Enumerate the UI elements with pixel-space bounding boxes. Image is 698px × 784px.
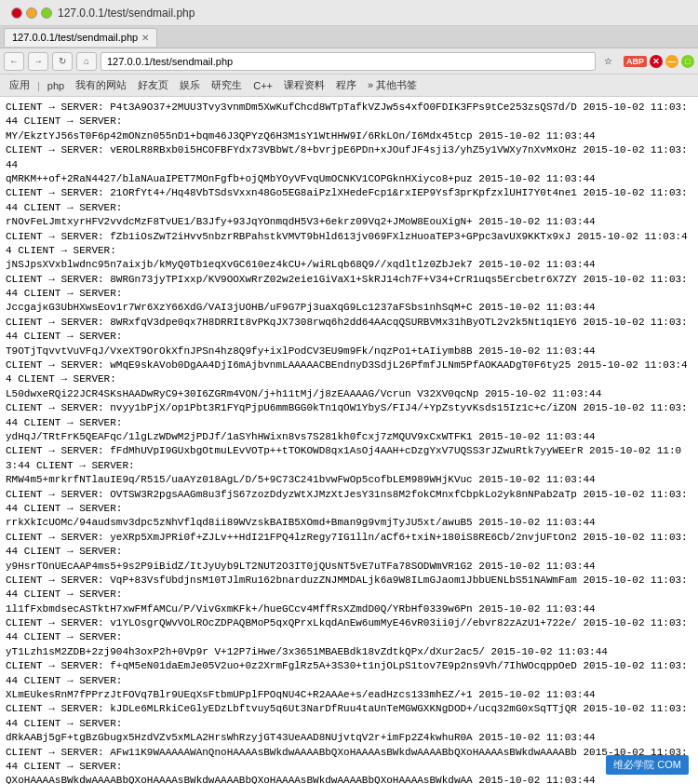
- bookmark-entertainment[interactable]: 娱乐: [176, 78, 204, 92]
- window-controls[interactable]: [11, 7, 52, 19]
- bookmark-program[interactable]: 程序: [332, 78, 360, 92]
- log-line: CLIENT → SERVER: OVTSW3R2pgsAAGm8u3fjS67…: [6, 488, 692, 517]
- log-line: CLIENT → SERVER: wMqE9skAVob0DgAA4DjI6mA…: [6, 358, 692, 387]
- bookmark-php[interactable]: php: [44, 80, 68, 91]
- bookmark-cpp[interactable]: C++: [249, 80, 276, 91]
- log-line: CLIENT → SERVER: nvyy1bPjX/op1Pbt3R1FYqP…: [6, 401, 692, 430]
- adblock-icon[interactable]: ABP: [624, 56, 647, 67]
- window-title: 127.0.0.1/test/sendmail.php: [58, 7, 195, 20]
- log-line: CLIENT → SERVER: fZb1iOsZwT2iHvv5nbzrRBP…: [6, 230, 692, 259]
- bookmark-apps[interactable]: 应用: [6, 78, 34, 92]
- tab-label: 127.0.0.1/test/sendmail.php: [12, 32, 138, 43]
- log-line: CLIENT → SERVER: v1YLOsgrQWvVOLROcZDPAQB…: [6, 616, 692, 645]
- log-line: CLIENT → SERVER: kJDLe6MLRkiCeGlyEDzLbft…: [6, 702, 692, 731]
- log-line: RMW4m5+mrkrfNTlauIE9q/R515/uaAYz018AgL/D…: [6, 473, 692, 487]
- log-line: y9HsrTOnUEcAAP4ms5+9s2P9iBidZ/ItJyUyb9LT…: [6, 560, 692, 574]
- log-line: rrkXkIcUOMc/94audsmv3dpc5zNhVflqd8ii89WV…: [6, 516, 692, 530]
- log-line: JccgajкG3UbHXwsEov1r7Wr6XzY66XdG/VAI3jUO…: [6, 301, 692, 315]
- log-line: QXoHAAAAsBWkdwAAAABbQXoHAAAAsBWkdwAAAABb…: [6, 774, 692, 784]
- close-circle-icon[interactable]: ✕: [650, 55, 663, 68]
- title-bar: 127.0.0.1/test/sendmail.php: [0, 0, 698, 26]
- log-line: CLIENT → SERVER: 8WRxfqV3dpe0qx7H8DRRIt8…: [6, 316, 692, 345]
- bookmark-mysite[interactable]: 我有的网站: [72, 78, 130, 92]
- maximize-button[interactable]: [41, 7, 52, 19]
- log-line: T9OTjTqvvtVuVFqJ/VxeXT9OrOkXfnJPSn4hz8Q9…: [6, 345, 692, 358]
- refresh-icon: ↻: [59, 56, 66, 66]
- log-line: rNOvFeLJmtxyrHFV2vvdcMzF8TvUE1/B3Jfy+93J…: [6, 215, 692, 229]
- bookmark-more[interactable]: » 其他书签: [364, 78, 421, 92]
- tab-close-icon[interactable]: ✕: [141, 33, 149, 43]
- log-line: CLIENT → SERVER: vEROLR8RBxb0i5HCOFBFYdx…: [6, 143, 692, 172]
- log-line: CLIENT → SERVER: AFw11K9WAAAAAWAnQnoHAAA…: [6, 746, 692, 775]
- log-line: CLIENT → SERVER: fFdMhUVpI9GUxbgOtmuLEvV…: [6, 444, 692, 473]
- tab-bar: 127.0.0.1/test/sendmail.php ✕: [0, 26, 698, 48]
- log-line: L50dwxeRQi22JCR4SKsHAADwRyC9+30I6ZGRm4VO…: [6, 387, 692, 401]
- log-line: CLIENT → SERVER: VqP+83VsfUbdjnsM10TJlmR…: [6, 574, 692, 602]
- log-line: jNSJpsXVxblwdnc95n7aixjb/kMyQ0Tb1eqXvGC6…: [6, 258, 692, 272]
- log-line: yT1Lzh1sM2ZDB+2zj904h3oxP2h+0Vp9r V+12P7…: [6, 645, 692, 659]
- watermark: 维必学院 COM: [606, 755, 689, 775]
- browser-tab[interactable]: 127.0.0.1/test/sendmail.php ✕: [4, 28, 157, 47]
- log-line: CLIENT → SERVER: P4t3A9O37+2MUU3Tvy3vnmD…: [6, 101, 692, 129]
- log-line: CLIENT → SERVER: 21ORfYt4+/Hq48VbTSdsVxx…: [6, 186, 692, 215]
- forward-icon: →: [34, 56, 43, 66]
- log-line: XLmEUkesRnM7fPPrzJtFOVq7Blr9UEqXsFtbmUPp…: [6, 688, 692, 702]
- back-icon: ←: [9, 56, 19, 66]
- log-line: CLIENT → SERVER: 8WRGn73jyTPIxxp/KV9OOXw…: [6, 273, 692, 302]
- log-line: qMRKM++of+2RaN4427/blaNAuaIPET7MOnFgfb+o…: [6, 172, 692, 186]
- log-line: ydHqJ/TRtFrK5QEAFqc/1lgLzWDwM2jPDJf/1aSY…: [6, 430, 692, 444]
- star-icon[interactable]: ☆: [599, 52, 618, 71]
- log-content-area[interactable]: CLIENT → SERVER: P4t3A9O37+2MUU3Tvy3vnmD…: [0, 97, 698, 784]
- expand-circle-icon[interactable]: □: [681, 55, 694, 68]
- log-line: CLIENT → SERVER: f+qM5eN01daEmJe05V2uo+0…: [6, 659, 692, 688]
- home-icon: ⌂: [84, 56, 89, 66]
- bookmark-friends[interactable]: 好友页: [134, 78, 172, 92]
- minimize-circle-icon[interactable]: —: [665, 55, 678, 68]
- address-bar[interactable]: [101, 52, 596, 71]
- log-line: MY/EkztYJ56sT0F6p42mONzn055nD1+bqm46J3QP…: [6, 129, 692, 143]
- forward-button[interactable]: →: [28, 52, 48, 71]
- bookmark-courseware[interactable]: 课程资料: [280, 78, 329, 92]
- close-button[interactable]: [11, 7, 22, 19]
- minimize-button[interactable]: [26, 7, 37, 19]
- bookmarks-bar: 应用 | php 我有的网站 好友页 娱乐 研究生 C++ 课程资料 程序 » …: [0, 74, 698, 97]
- log-line: 1l1fFxbmdsecASTktH7xwFMfAMCu/P/VivGxmKFk…: [6, 602, 692, 616]
- refresh-button[interactable]: ↻: [52, 52, 73, 71]
- log-line: dRkAABj5gF+tgBzGbugx5HzdVZv5xMLA2HrsWhRz…: [6, 731, 692, 745]
- home-button[interactable]: ⌂: [76, 52, 97, 71]
- back-button[interactable]: ←: [4, 52, 24, 71]
- log-line: CLIENT → SERVER: yeXRp5XmJPRi0f+ZJLv++Hd…: [6, 531, 692, 560]
- bookmark-graduate[interactable]: 研究生: [208, 78, 246, 92]
- navigation-bar: ← → ↻ ⌂ ☆ ABP ✕ — □: [0, 48, 698, 74]
